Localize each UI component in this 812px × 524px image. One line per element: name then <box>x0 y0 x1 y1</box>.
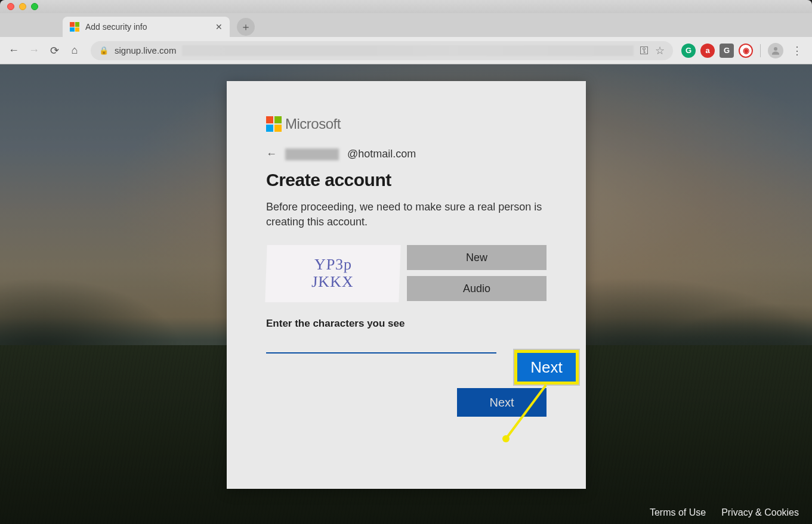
window-minimize-button[interactable] <box>19 3 26 10</box>
brand-row: Microsoft <box>266 116 547 132</box>
page-description: Before proceeding, we need to make sure … <box>266 200 547 230</box>
tab-title: Add security info <box>85 22 209 32</box>
svg-point-0 <box>774 47 777 51</box>
signup-card: Microsoft ← @hotmail.com Create account … <box>227 81 586 489</box>
bookmark-star-icon[interactable]: ☆ <box>655 44 665 57</box>
window-close-button[interactable] <box>7 3 14 10</box>
browser-tab-active[interactable]: Add security info ✕ <box>63 17 230 37</box>
captcha-image: YP3pJKKX <box>265 245 400 302</box>
browser-tabstrip: Add security info ✕ ＋ <box>0 13 812 37</box>
profile-avatar[interactable] <box>768 43 783 58</box>
terms-link[interactable]: Terms of Use <box>650 507 706 518</box>
password-key-icon[interactable]: ⚿ <box>640 45 649 56</box>
captcha-input-label: Enter the characters you see <box>266 318 547 330</box>
address-bar[interactable]: 🔒 signup.live.com ⚿ ☆ <box>91 41 673 60</box>
extension-red-circle-icon[interactable]: ◉ <box>739 44 753 58</box>
email-row: ← @hotmail.com <box>266 148 547 160</box>
url-host: signup.live.com <box>115 45 176 55</box>
email-local-redacted <box>285 148 339 160</box>
next-button[interactable]: Next <box>457 388 547 417</box>
privacy-link[interactable]: Privacy & Cookies <box>721 507 799 518</box>
brand-text: Microsoft <box>285 116 341 132</box>
back-button[interactable]: ← <box>6 43 21 58</box>
footer-links: Terms of Use Privacy & Cookies <box>650 507 799 518</box>
email-domain: @hotmail.com <box>347 148 416 160</box>
extension-grammarly-icon[interactable]: G <box>681 44 696 58</box>
annotation-next-callout: Next <box>514 350 579 385</box>
home-button[interactable]: ⌂ <box>67 43 82 58</box>
page-viewport: Microsoft ← @hotmail.com Create account … <box>0 64 812 524</box>
window-zoom-button[interactable] <box>31 3 38 10</box>
tab-close-icon[interactable]: ✕ <box>215 22 223 32</box>
captcha-new-button[interactable]: New <box>407 245 547 270</box>
browser-toolbar: ← → ⟳ ⌂ 🔒 signup.live.com ⚿ ☆ G a G ◉ ⋮ <box>0 37 812 64</box>
page-heading: Create account <box>266 170 547 190</box>
new-tab-button[interactable]: ＋ <box>237 18 255 36</box>
reload-button[interactable]: ⟳ <box>47 43 62 58</box>
window-titlebar <box>0 0 812 13</box>
captcha-audio-button[interactable]: Audio <box>407 276 547 301</box>
browser-menu-icon[interactable]: ⋮ <box>788 44 806 57</box>
captcha-row: YP3pJKKX New Audio <box>266 245 547 302</box>
microsoft-logo-icon <box>266 116 282 132</box>
url-redacted <box>182 45 634 56</box>
microsoft-favicon <box>70 22 79 32</box>
forward-button: → <box>26 43 42 58</box>
back-arrow-icon[interactable]: ← <box>266 148 277 160</box>
captcha-input[interactable] <box>266 332 496 354</box>
lock-icon: 🔒 <box>99 46 109 55</box>
extension-gray-g-icon[interactable]: G <box>720 44 734 58</box>
extension-red-a-icon[interactable]: a <box>700 44 715 58</box>
toolbar-separator <box>760 44 761 57</box>
